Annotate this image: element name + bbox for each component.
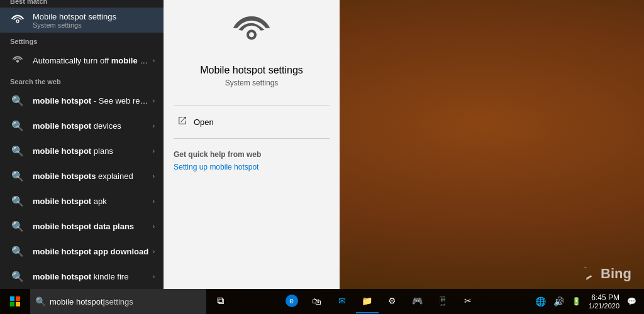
open-icon <box>176 116 189 128</box>
settings-item-arrow: › <box>153 57 155 64</box>
taskbar-xbox[interactable]: 🎮 <box>406 290 429 313</box>
results-panel: Best match Mobile hotspot settings Syste… <box>0 0 164 289</box>
detail-hotspot-icon <box>231 11 272 58</box>
search-icon-0: 🔍 <box>9 92 26 109</box>
settings-item-text: Automatically turn off mobile hotspot <box>33 56 150 65</box>
battery-icon[interactable]: 🔋 <box>569 296 584 307</box>
taskbar-clock[interactable]: 6:45 PM 1/21/2020 <box>586 293 622 310</box>
web-item-3[interactable]: 🔍 mobile hotspots explained › <box>0 163 164 188</box>
search-icon-3: 🔍 <box>9 167 26 185</box>
best-match-text: Mobile hotspot settings System settings <box>33 12 155 29</box>
panel-content: Best match Mobile hotspot settings Syste… <box>0 0 340 289</box>
web-search-label: Search the web <box>0 73 164 88</box>
windows-logo-icon <box>10 296 20 306</box>
search-icon-4: 🔍 <box>9 192 26 210</box>
task-view-icon: ⧉ <box>214 295 226 307</box>
taskbar-snip[interactable]: ✂ <box>457 290 479 313</box>
taskbar-search-box[interactable]: 🔍 mobile hotspot| settings <box>30 289 206 314</box>
detail-subtitle: System settings <box>225 78 279 87</box>
best-match-title: Mobile hotspot settings <box>33 12 155 21</box>
detail-divider <box>174 105 330 106</box>
detail-web-title: Get quick help from web <box>174 150 330 159</box>
taskbar-tray: 🌐 🔊 🔋 6:45 PM 1/21/2020 💬 <box>528 293 644 310</box>
taskbar-apps: e 🛍 ✉ 📁 ⚙ 🎮 📱 ✂ <box>231 290 528 313</box>
explorer-icon: 📁 <box>361 295 374 307</box>
search-icon-1: 🔍 <box>9 117 26 134</box>
settings-label: Settings <box>0 33 164 48</box>
taskbar-store[interactable]: 🛍 <box>306 290 328 313</box>
web-item-0[interactable]: 🔍 mobile hotspot - See web results › <box>0 88 164 113</box>
taskbar-calculator[interactable]: 📱 <box>431 290 454 313</box>
web-item-4[interactable]: 🔍 mobile hotspot apk › <box>0 188 164 214</box>
xbox-icon: 🎮 <box>411 295 424 307</box>
calculator-icon: 📱 <box>436 295 449 307</box>
detail-title: Mobile hotspot settings <box>200 65 303 76</box>
detail-open-action[interactable]: Open <box>174 111 330 133</box>
best-match-item[interactable]: Mobile hotspot settings System settings <box>0 8 164 33</box>
taskbar-search-icon: 🔍 <box>35 296 46 306</box>
best-match-subtitle: System settings <box>33 21 155 29</box>
edge-icon: e <box>286 295 298 307</box>
desktop: Bing All Apps Documents Email Web 22831 … <box>0 0 644 314</box>
best-match-label: Best match <box>0 0 164 8</box>
taskbar: 🔍 mobile hotspot| settings ⧉ e 🛍 ✉ 📁 <box>0 289 644 314</box>
network-icon[interactable]: 🌐 <box>533 295 548 308</box>
taskbar-task-view[interactable]: ⧉ <box>209 290 231 313</box>
search-icon-5: 🔍 <box>9 217 26 235</box>
web-item-2[interactable]: 🔍 mobile hotspot plans › <box>0 138 164 163</box>
settings-hotspot-icon <box>9 51 26 69</box>
settings-app-icon: ⚙ <box>386 295 399 307</box>
store-icon: 🛍 <box>311 295 323 307</box>
settings-item-title: Automatically turn off mobile hotspot <box>33 56 150 65</box>
taskbar-search-text: mobile hotspot| settings <box>50 297 133 306</box>
notification-icon[interactable]: 💬 <box>625 296 639 307</box>
snip-icon: ✂ <box>462 295 474 307</box>
taskbar-edge[interactable]: e <box>280 290 303 313</box>
hotspot-result-icon <box>9 11 26 29</box>
volume-icon[interactable]: 🔊 <box>551 295 567 308</box>
taskbar-explorer[interactable]: 📁 <box>356 290 379 313</box>
web-item-5[interactable]: 🔍 mobile hotspot data plans › <box>0 214 164 239</box>
detail-open-label: Open <box>194 117 214 127</box>
search-icon-7: 🔍 <box>9 268 26 285</box>
detail-web-section: Get quick help from web Setting up mobil… <box>174 150 330 171</box>
web-item-0-text: mobile hotspot - See web results <box>33 96 150 106</box>
start-button[interactable] <box>0 289 30 314</box>
mail-icon: ✉ <box>336 295 348 307</box>
taskbar-mail[interactable]: ✉ <box>331 290 353 313</box>
web-item-6[interactable]: 🔍 mobile hotspot app download › <box>0 239 164 264</box>
search-panel: All Apps Documents Email Web 22831 🏆 🔖 •… <box>0 0 340 289</box>
web-item-1[interactable]: 🔍 mobile hotspot devices › <box>0 113 164 138</box>
search-icon-6: 🔍 <box>9 242 26 260</box>
detail-panel: Mobile hotspot settings System settings … <box>164 0 340 289</box>
settings-item[interactable]: Automatically turn off mobile hotspot › <box>0 48 164 73</box>
search-icon-2: 🔍 <box>9 142 26 160</box>
bing-watermark: Bing <box>580 265 631 283</box>
web-item-7[interactable]: 🔍 mobile hotspot kindle fire › <box>0 264 164 289</box>
detail-divider-2 <box>174 138 330 139</box>
taskbar-settings[interactable]: ⚙ <box>381 290 404 313</box>
detail-web-link[interactable]: Setting up mobile hotspot <box>174 163 330 171</box>
